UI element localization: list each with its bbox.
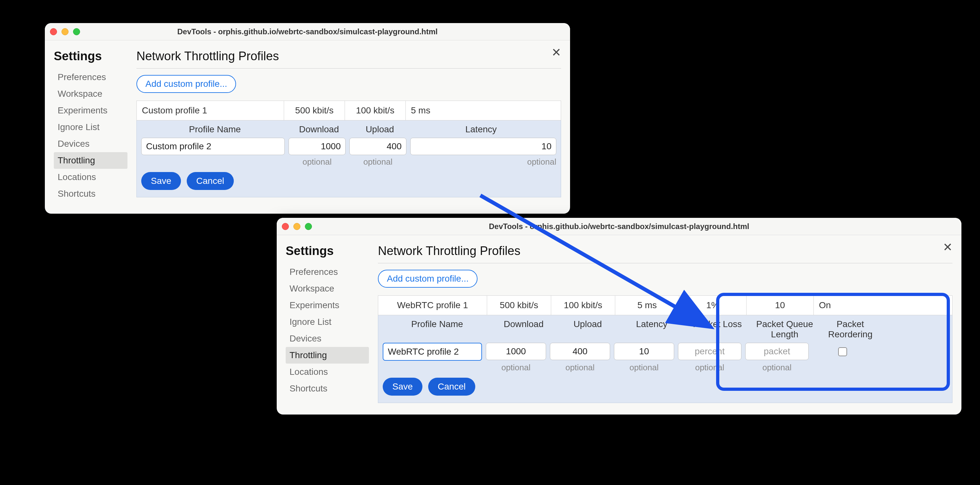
sidebar-item-shortcuts[interactable]: Shortcuts (54, 186, 127, 202)
cancel-button[interactable]: Cancel (187, 172, 234, 190)
column-header-upload: Upload (349, 124, 410, 135)
column-header-latency: Latency (410, 124, 556, 135)
titlebar: DevTools - orphis.github.io/webrtc-sandb… (277, 218, 961, 235)
settings-sidebar: Settings Preferences Workspace Experimen… (286, 244, 369, 403)
optional-hint: optional (614, 363, 674, 372)
settings-heading: Settings (286, 244, 369, 258)
sidebar-item-throttling[interactable]: Throttling (54, 152, 127, 169)
latency-input[interactable] (410, 138, 556, 155)
settings-heading: Settings (54, 49, 127, 63)
sidebar-item-ignore-list[interactable]: Ignore List (54, 119, 127, 135)
window-minimize-icon[interactable] (62, 28, 68, 35)
traffic-lights (50, 28, 80, 35)
devtools-window-old: DevTools - orphis.github.io/webrtc-sandb… (45, 23, 570, 214)
sidebar-item-experiments[interactable]: Experiments (286, 297, 369, 313)
optional-hint: optional (745, 363, 809, 372)
column-header-upload: Upload (556, 319, 620, 340)
window-maximize-icon[interactable] (305, 223, 312, 230)
sidebar-item-locations[interactable]: Locations (286, 364, 369, 380)
column-header-packet-queue: Packet Queue Length (751, 319, 818, 340)
profile-row[interactable]: WebRTC profile 1 500 kbit/s 100 kbit/s 5… (378, 295, 953, 315)
sidebar-item-experiments[interactable]: Experiments (54, 102, 127, 119)
column-header-packet-reorder: Packet Reordering (818, 319, 882, 340)
close-settings-button[interactable]: ✕ (552, 47, 561, 58)
profile-packet-loss-cell: 1% (679, 296, 746, 315)
latency-input[interactable] (614, 343, 674, 360)
settings-main: Network Throttling Profiles Add custom p… (137, 49, 561, 202)
window-minimize-icon[interactable] (293, 223, 301, 230)
sidebar-item-workspace[interactable]: Workspace (54, 86, 127, 102)
column-header-name: Profile Name (141, 124, 288, 135)
profile-upload-cell: 100 kbit/s (551, 296, 615, 315)
settings-main: Network Throttling Profiles Add custom p… (378, 244, 953, 403)
divider (378, 263, 953, 263)
traffic-lights (282, 223, 312, 230)
window-maximize-icon[interactable] (73, 28, 80, 35)
profile-name-input[interactable] (141, 138, 285, 155)
optional-hint: optional (486, 363, 546, 372)
profile-download-cell: 500 kbit/s (284, 101, 345, 120)
profile-packet-reorder-cell: On (814, 296, 878, 315)
profile-name-cell: Custom profile 1 (137, 101, 284, 120)
column-header-name: Profile Name (383, 319, 492, 340)
page-title: Network Throttling Profiles (137, 49, 561, 63)
save-button[interactable]: Save (383, 378, 422, 396)
sidebar-item-workspace[interactable]: Workspace (286, 280, 369, 297)
titlebar: DevTools - orphis.github.io/webrtc-sandb… (45, 23, 570, 40)
optional-hint: optional (410, 157, 556, 167)
page-title: Network Throttling Profiles (378, 244, 953, 258)
column-header-download: Download (288, 124, 349, 135)
column-header-latency: Latency (620, 319, 684, 340)
profile-name-input[interactable] (383, 343, 482, 361)
profile-edit-panel: Profile Name Download Upload Latency Pac… (378, 315, 953, 403)
window-title: DevTools - orphis.github.io/webrtc-sandb… (277, 222, 961, 231)
settings-sidebar: Settings Preferences Workspace Experimen… (54, 49, 127, 202)
profile-edit-panel: Profile Name Download Upload Latency opt… (137, 121, 561, 197)
add-custom-profile-button[interactable]: Add custom profile... (378, 270, 477, 288)
window-close-icon[interactable] (50, 28, 57, 35)
window-title: DevTools - orphis.github.io/webrtc-sandb… (45, 27, 570, 36)
profile-download-cell: 500 kbit/s (487, 296, 551, 315)
sidebar-item-throttling[interactable]: Throttling (286, 347, 369, 364)
profile-upload-cell: 100 kbit/s (345, 101, 406, 120)
optional-hint: optional (678, 363, 741, 372)
sidebar-item-devices[interactable]: Devices (54, 135, 127, 152)
sidebar-item-preferences[interactable]: Preferences (286, 264, 369, 280)
profile-row[interactable]: Custom profile 1 500 kbit/s 100 kbit/s 5… (137, 100, 561, 121)
packet-loss-input[interactable] (678, 343, 741, 360)
profile-name-cell: WebRTC profile 1 (378, 296, 487, 315)
download-input[interactable] (486, 343, 546, 360)
profile-packet-queue-cell: 10 (746, 296, 814, 315)
sidebar-item-locations[interactable]: Locations (54, 169, 127, 186)
sidebar-item-shortcuts[interactable]: Shortcuts (286, 380, 369, 397)
packet-queue-input[interactable] (745, 343, 809, 360)
optional-hint: optional (288, 157, 345, 167)
optional-hint: optional (550, 363, 610, 372)
optional-hint: optional (349, 157, 406, 167)
devtools-window-new: DevTools - orphis.github.io/webrtc-sandb… (277, 218, 961, 415)
upload-input[interactable] (550, 343, 610, 360)
divider (137, 68, 561, 68)
profile-latency-cell: 5 ms (406, 101, 561, 120)
add-custom-profile-button[interactable]: Add custom profile... (137, 75, 236, 93)
profile-latency-cell: 5 ms (615, 296, 679, 315)
packet-reordering-checkbox[interactable] (838, 347, 847, 356)
window-close-icon[interactable] (282, 223, 289, 230)
download-input[interactable] (288, 138, 345, 155)
cancel-button[interactable]: Cancel (428, 378, 475, 396)
column-header-packet-loss: Packet Loss (684, 319, 751, 340)
sidebar-item-preferences[interactable]: Preferences (54, 69, 127, 86)
sidebar-item-devices[interactable]: Devices (286, 330, 369, 347)
column-header-download: Download (492, 319, 556, 340)
save-button[interactable]: Save (141, 172, 181, 190)
sidebar-item-ignore-list[interactable]: Ignore List (286, 313, 369, 330)
upload-input[interactable] (349, 138, 406, 155)
